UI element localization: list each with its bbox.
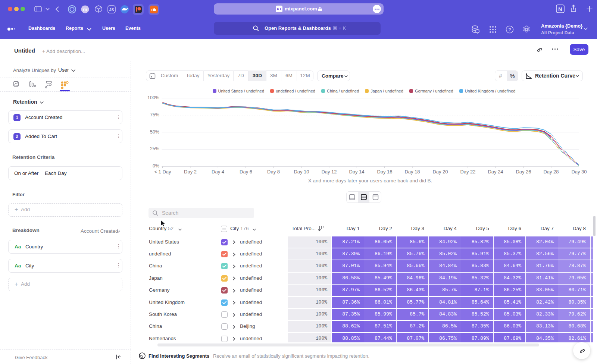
svg-text:?: ? (508, 27, 511, 32)
svg-text:N: N (558, 6, 562, 12)
svg-text:JS: JS (109, 7, 114, 12)
svg-text:m: m (83, 7, 87, 12)
